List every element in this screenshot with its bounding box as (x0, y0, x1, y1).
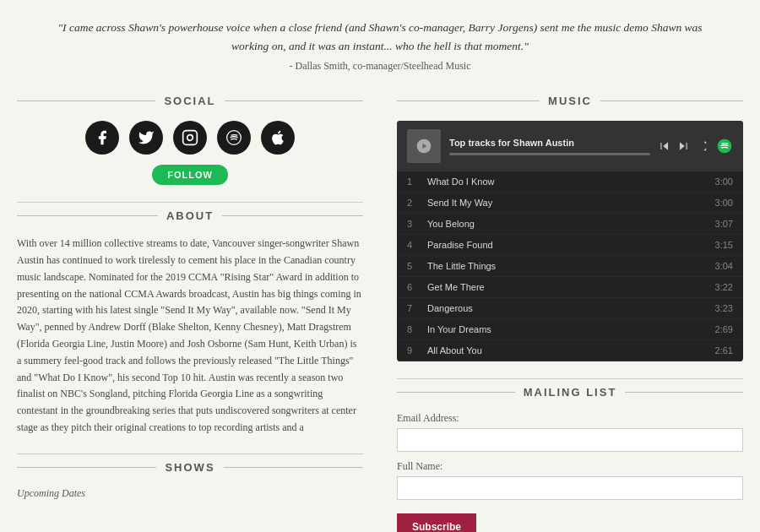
quote-text: "I came across Shawn's powerhouse voice … (51, 19, 709, 55)
track-number: 1 (407, 176, 421, 187)
track-name: You Belong (421, 219, 715, 229)
track-name: Get Me There (421, 282, 715, 292)
music-line-right (600, 100, 743, 101)
track-duration: 3:00 (715, 198, 733, 208)
track-name: What Do I Know (421, 176, 715, 187)
track-item[interactable]: 4 Paradise Found 3:15 (397, 235, 743, 256)
track-number: 8 (407, 324, 421, 334)
divider-2 (17, 453, 363, 454)
track-name: In Your Dreams (421, 324, 715, 334)
music-section: MUSIC Top tracks for Shawn Austin (397, 95, 743, 361)
track-number: 7 (407, 303, 421, 313)
shows-line-left (17, 467, 156, 468)
shows-section: SHOWS Upcoming Dates NO UPCOMING TOUR DA… (17, 461, 363, 532)
track-item[interactable]: 2 Send It My Way 3:00 (397, 193, 743, 214)
music-player: Top tracks for Shawn Austin (397, 121, 743, 361)
player-controls (659, 140, 708, 152)
track-duration: 3:22 (715, 282, 733, 292)
no-tour-dates-text: NO UPCOMING TOUR DATES (17, 507, 363, 532)
about-header: ABOUT (17, 209, 363, 222)
name-label: Full Name: (397, 460, 743, 473)
track-name: Send It My Way (421, 198, 715, 208)
player-title: Top tracks for Shawn Austin (449, 138, 650, 148)
svg-point-11 (718, 139, 732, 154)
shows-heading: SHOWS (165, 461, 214, 474)
track-duration: 3:00 (715, 176, 733, 187)
fullname-input[interactable] (397, 476, 743, 500)
social-section: SOCIAL (17, 95, 363, 185)
spotify-follow-button[interactable]: FOLLOW (152, 165, 228, 185)
track-duration: 3:15 (715, 240, 733, 250)
email-label: Email Address: (397, 412, 743, 425)
svg-point-2 (227, 131, 242, 145)
spotify-icon[interactable] (217, 121, 251, 155)
about-line-left (17, 215, 158, 216)
social-icons-row (17, 121, 363, 155)
track-item[interactable]: 8 In Your Dreams 2:69 (397, 319, 743, 340)
track-item[interactable]: 1 What Do I Know 3:00 (397, 171, 743, 193)
name-form-group: Full Name: (397, 460, 743, 500)
track-number: 4 (407, 240, 421, 250)
shows-header: SHOWS (17, 461, 363, 474)
player-progress-bar[interactable] (449, 153, 650, 155)
player-header: Top tracks for Shawn Austin (397, 121, 743, 171)
about-line-right (222, 215, 363, 216)
about-heading: ABOUT (166, 209, 214, 222)
track-duration: 3:04 (715, 261, 733, 271)
shuffle-button[interactable] (696, 140, 708, 152)
right-column: MUSIC Top tracks for Shawn Austin (380, 95, 743, 532)
mailing-line-right (625, 392, 743, 393)
header-line-right (225, 100, 363, 101)
music-heading: MUSIC (548, 95, 592, 107)
spotify-logo-icon (716, 138, 733, 155)
shows-line-right (224, 467, 363, 468)
music-line-left (397, 100, 540, 101)
twitter-icon[interactable] (129, 121, 163, 155)
svg-rect-0 (183, 131, 198, 145)
track-duration: 2:69 (715, 324, 733, 334)
mailing-line-left (397, 392, 515, 393)
apple-icon[interactable] (261, 121, 295, 155)
next-button[interactable] (677, 140, 689, 152)
quote-attribution: - Dallas Smith, co-manager/Steelhead Mus… (51, 60, 709, 73)
two-column-layout: SOCIAL (0, 86, 760, 532)
header-line-left (17, 100, 155, 101)
mailing-section: MAILING LIST Email Address: Full Name: S… (397, 386, 743, 532)
track-name: All About You (421, 345, 715, 356)
svg-line-9 (698, 142, 706, 150)
track-number: 6 (407, 282, 421, 292)
player-info: Top tracks for Shawn Austin (449, 138, 650, 155)
track-name: The Little Things (421, 261, 715, 271)
track-number: 5 (407, 261, 421, 271)
social-header: SOCIAL (17, 95, 363, 107)
about-section: ABOUT With over 14 million collective st… (17, 209, 363, 437)
divider-1 (17, 202, 363, 203)
facebook-icon[interactable] (85, 121, 119, 155)
track-number: 9 (407, 345, 421, 356)
track-duration: 3:07 (715, 219, 733, 229)
track-item[interactable]: 5 The Little Things 3:04 (397, 256, 743, 277)
track-item[interactable]: 3 You Belong 3:07 (397, 214, 743, 235)
subscribe-button[interactable]: Subscribe (397, 513, 476, 532)
follow-button-row: FOLLOW (17, 165, 363, 185)
divider-3 (397, 378, 743, 379)
track-item[interactable]: 9 All About You 2:61 (397, 340, 743, 361)
about-text: With over 14 million collective streams … (17, 236, 363, 437)
track-duration: 2:61 (715, 345, 733, 356)
instagram-icon[interactable] (173, 121, 207, 155)
upcoming-dates-label: Upcoming Dates (17, 487, 363, 500)
email-input[interactable] (397, 428, 743, 452)
album-art (407, 129, 441, 163)
track-number: 2 (407, 198, 421, 208)
svg-marker-7 (680, 143, 685, 150)
track-name: Paradise Found (421, 240, 715, 250)
track-item[interactable]: 7 Dangerous 3:23 (397, 298, 743, 319)
mailing-header: MAILING LIST (397, 386, 743, 399)
social-heading: SOCIAL (164, 95, 215, 107)
prev-button[interactable] (659, 140, 670, 152)
track-item[interactable]: 6 Get Me There 3:22 (397, 277, 743, 298)
page-wrapper: "I came across Shawn's powerhouse voice … (0, 0, 760, 532)
svg-marker-5 (663, 143, 668, 150)
quote-section: "I came across Shawn's powerhouse voice … (0, 0, 760, 86)
email-form-group: Email Address: (397, 412, 743, 452)
